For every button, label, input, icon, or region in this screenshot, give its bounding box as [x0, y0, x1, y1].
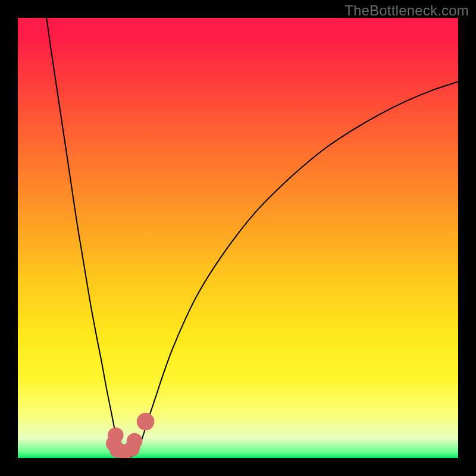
watermark-text: TheBottleneck.com: [345, 2, 469, 19]
gradient-background: [18, 18, 458, 458]
chart-svg: [18, 18, 458, 458]
right-top-marker: [137, 413, 155, 431]
outer-black-frame: TheBottleneck.com: [0, 0, 476, 476]
plot-area: [18, 18, 458, 458]
right-side-marker: [127, 433, 143, 449]
